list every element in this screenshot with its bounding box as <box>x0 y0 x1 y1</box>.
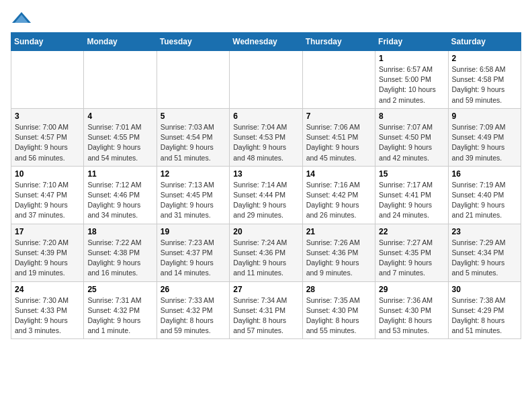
day-detail: Sunrise: 7:38 AM Sunset: 4:29 PM Dayligh… <box>452 295 517 336</box>
calendar-cell: 9Sunrise: 7:09 AM Sunset: 4:49 PM Daylig… <box>448 108 521 166</box>
day-number: 22 <box>379 227 444 236</box>
day-detail: Sunrise: 7:22 AM Sunset: 4:38 PM Dayligh… <box>87 238 152 279</box>
calendar-cell: 5Sunrise: 7:03 AM Sunset: 4:54 PM Daylig… <box>157 108 229 166</box>
day-number: 6 <box>233 111 298 121</box>
calendar-cell: 15Sunrise: 7:17 AM Sunset: 4:41 PM Dayli… <box>375 166 448 224</box>
calendar-cell: 26Sunrise: 7:33 AM Sunset: 4:32 PM Dayli… <box>157 281 229 339</box>
day-number: 8 <box>379 111 444 121</box>
day-number: 13 <box>233 169 298 179</box>
calendar-header-saturday: Saturday <box>448 33 521 51</box>
day-number: 21 <box>306 227 371 236</box>
day-detail: Sunrise: 7:35 AM Sunset: 4:30 PM Dayligh… <box>306 295 371 336</box>
calendar-cell: 6Sunrise: 7:04 AM Sunset: 4:53 PM Daylig… <box>230 108 302 166</box>
day-number: 7 <box>306 111 371 121</box>
day-detail: Sunrise: 7:30 AM Sunset: 4:33 PM Dayligh… <box>15 295 80 336</box>
day-detail: Sunrise: 7:09 AM Sunset: 4:49 PM Dayligh… <box>452 122 517 163</box>
logo-icon <box>12 11 31 24</box>
day-number: 3 <box>15 111 80 121</box>
calendar-cell <box>302 51 375 109</box>
calendar-cell <box>11 51 84 109</box>
day-detail: Sunrise: 7:19 AM Sunset: 4:40 PM Dayligh… <box>452 180 517 221</box>
day-number: 24 <box>15 285 80 294</box>
calendar-cell: 18Sunrise: 7:22 AM Sunset: 4:38 PM Dayli… <box>84 224 157 281</box>
calendar-cell: 2Sunrise: 6:58 AM Sunset: 4:58 PM Daylig… <box>448 51 521 109</box>
day-detail: Sunrise: 7:23 AM Sunset: 4:37 PM Dayligh… <box>161 238 226 279</box>
day-detail: Sunrise: 7:16 AM Sunset: 4:42 PM Dayligh… <box>306 180 371 221</box>
day-detail: Sunrise: 7:26 AM Sunset: 4:36 PM Dayligh… <box>306 238 371 279</box>
day-detail: Sunrise: 6:58 AM Sunset: 4:58 PM Dayligh… <box>452 64 517 105</box>
day-detail: Sunrise: 6:57 AM Sunset: 5:00 PM Dayligh… <box>379 64 444 105</box>
day-detail: Sunrise: 7:06 AM Sunset: 4:51 PM Dayligh… <box>306 122 371 163</box>
day-number: 5 <box>161 111 226 121</box>
day-number: 4 <box>87 111 152 121</box>
calendar-cell: 20Sunrise: 7:24 AM Sunset: 4:36 PM Dayli… <box>230 224 302 281</box>
calendar-cell: 27Sunrise: 7:34 AM Sunset: 4:31 PM Dayli… <box>230 281 302 339</box>
calendar-week-row: 17Sunrise: 7:20 AM Sunset: 4:39 PM Dayli… <box>11 224 521 281</box>
day-detail: Sunrise: 7:10 AM Sunset: 4:47 PM Dayligh… <box>15 180 80 221</box>
day-detail: Sunrise: 7:20 AM Sunset: 4:39 PM Dayligh… <box>15 238 80 279</box>
calendar-cell: 24Sunrise: 7:30 AM Sunset: 4:33 PM Dayli… <box>11 281 84 339</box>
day-detail: Sunrise: 7:04 AM Sunset: 4:53 PM Dayligh… <box>233 122 298 163</box>
calendar-week-row: 10Sunrise: 7:10 AM Sunset: 4:47 PM Dayli… <box>11 166 521 224</box>
day-detail: Sunrise: 7:24 AM Sunset: 4:36 PM Dayligh… <box>233 238 298 279</box>
day-number: 28 <box>306 285 371 294</box>
day-detail: Sunrise: 7:33 AM Sunset: 4:32 PM Dayligh… <box>161 295 226 336</box>
day-number: 11 <box>87 169 152 179</box>
calendar-week-row: 1Sunrise: 6:57 AM Sunset: 5:00 PM Daylig… <box>11 51 521 109</box>
day-number: 12 <box>161 169 226 179</box>
calendar-header-row: SundayMondayTuesdayWednesdayThursdayFrid… <box>11 33 521 51</box>
calendar-cell <box>230 51 302 109</box>
calendar: SundayMondayTuesdayWednesdayThursdayFrid… <box>11 32 521 339</box>
day-detail: Sunrise: 7:34 AM Sunset: 4:31 PM Dayligh… <box>233 295 298 336</box>
calendar-header-monday: Monday <box>84 33 157 51</box>
calendar-cell: 8Sunrise: 7:07 AM Sunset: 4:50 PM Daylig… <box>375 108 448 166</box>
calendar-header-friday: Friday <box>375 33 448 51</box>
calendar-cell: 14Sunrise: 7:16 AM Sunset: 4:42 PM Dayli… <box>302 166 375 224</box>
day-detail: Sunrise: 7:12 AM Sunset: 4:46 PM Dayligh… <box>87 180 152 221</box>
day-detail: Sunrise: 7:13 AM Sunset: 4:45 PM Dayligh… <box>161 180 226 221</box>
day-detail: Sunrise: 7:27 AM Sunset: 4:35 PM Dayligh… <box>379 238 444 279</box>
day-number: 9 <box>452 111 517 121</box>
day-number: 2 <box>452 54 517 63</box>
day-number: 26 <box>161 285 226 294</box>
calendar-week-row: 3Sunrise: 7:00 AM Sunset: 4:57 PM Daylig… <box>11 108 521 166</box>
calendar-cell: 16Sunrise: 7:19 AM Sunset: 4:40 PM Dayli… <box>448 166 521 224</box>
calendar-header-tuesday: Tuesday <box>157 33 229 51</box>
calendar-cell: 30Sunrise: 7:38 AM Sunset: 4:29 PM Dayli… <box>448 281 521 339</box>
calendar-cell <box>84 51 157 109</box>
header <box>11 11 521 27</box>
calendar-cell: 17Sunrise: 7:20 AM Sunset: 4:39 PM Dayli… <box>11 224 84 281</box>
day-detail: Sunrise: 7:07 AM Sunset: 4:50 PM Dayligh… <box>379 122 444 163</box>
day-number: 30 <box>452 285 517 294</box>
calendar-cell: 11Sunrise: 7:12 AM Sunset: 4:46 PM Dayli… <box>84 166 157 224</box>
calendar-header-sunday: Sunday <box>11 33 84 51</box>
calendar-cell: 19Sunrise: 7:23 AM Sunset: 4:37 PM Dayli… <box>157 224 229 281</box>
day-detail: Sunrise: 7:01 AM Sunset: 4:55 PM Dayligh… <box>87 122 152 163</box>
calendar-cell: 13Sunrise: 7:14 AM Sunset: 4:44 PM Dayli… <box>230 166 302 224</box>
day-detail: Sunrise: 7:14 AM Sunset: 4:44 PM Dayligh… <box>233 180 298 221</box>
calendar-cell: 29Sunrise: 7:36 AM Sunset: 4:30 PM Dayli… <box>375 281 448 339</box>
day-number: 27 <box>233 285 298 294</box>
day-number: 25 <box>87 285 152 294</box>
calendar-cell: 1Sunrise: 6:57 AM Sunset: 5:00 PM Daylig… <box>375 51 448 109</box>
calendar-cell: 7Sunrise: 7:06 AM Sunset: 4:51 PM Daylig… <box>302 108 375 166</box>
day-detail: Sunrise: 7:36 AM Sunset: 4:30 PM Dayligh… <box>379 295 444 336</box>
calendar-cell: 4Sunrise: 7:01 AM Sunset: 4:55 PM Daylig… <box>84 108 157 166</box>
calendar-cell: 25Sunrise: 7:31 AM Sunset: 4:32 PM Dayli… <box>84 281 157 339</box>
calendar-cell: 23Sunrise: 7:29 AM Sunset: 4:34 PM Dayli… <box>448 224 521 281</box>
day-detail: Sunrise: 7:31 AM Sunset: 4:32 PM Dayligh… <box>87 295 152 336</box>
calendar-week-row: 24Sunrise: 7:30 AM Sunset: 4:33 PM Dayli… <box>11 281 521 339</box>
day-number: 15 <box>379 169 444 179</box>
calendar-cell: 12Sunrise: 7:13 AM Sunset: 4:45 PM Dayli… <box>157 166 229 224</box>
day-number: 10 <box>15 169 80 179</box>
calendar-cell: 28Sunrise: 7:35 AM Sunset: 4:30 PM Dayli… <box>302 281 375 339</box>
calendar-cell: 22Sunrise: 7:27 AM Sunset: 4:35 PM Dayli… <box>375 224 448 281</box>
day-detail: Sunrise: 7:17 AM Sunset: 4:41 PM Dayligh… <box>379 180 444 221</box>
day-number: 1 <box>379 54 444 63</box>
logo <box>11 11 31 27</box>
calendar-cell: 10Sunrise: 7:10 AM Sunset: 4:47 PM Dayli… <box>11 166 84 224</box>
calendar-header-wednesday: Wednesday <box>230 33 302 51</box>
day-detail: Sunrise: 7:00 AM Sunset: 4:57 PM Dayligh… <box>15 122 80 163</box>
calendar-cell: 21Sunrise: 7:26 AM Sunset: 4:36 PM Dayli… <box>302 224 375 281</box>
calendar-cell: 3Sunrise: 7:00 AM Sunset: 4:57 PM Daylig… <box>11 108 84 166</box>
